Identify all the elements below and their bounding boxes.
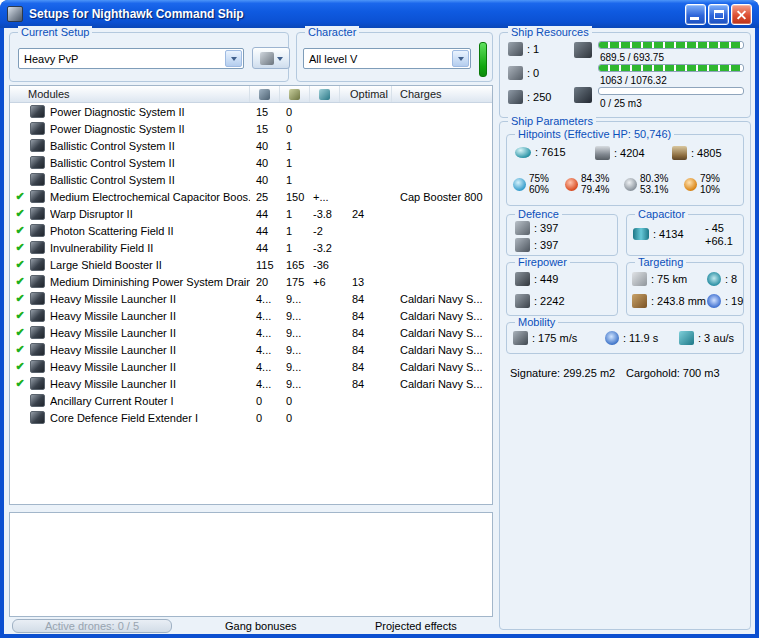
module-row[interactable]: Core Defence Field Extender I 0 0 bbox=[10, 409, 492, 426]
drones-area[interactable] bbox=[9, 512, 493, 617]
module-icon bbox=[30, 139, 45, 152]
setup-select[interactable]: Heavy PvP bbox=[18, 48, 244, 69]
ship-resources-title: Ship Resources bbox=[508, 26, 592, 39]
module-capacitor-value: +6 bbox=[310, 276, 340, 288]
em-armor-resist: 60% bbox=[529, 184, 549, 195]
powergrid-bar bbox=[598, 64, 744, 72]
signature-resolution: : 243.8 mm bbox=[632, 294, 706, 308]
module-row[interactable]: Ballistic Control System II 40 1 bbox=[10, 154, 492, 171]
module-name: Large Shield Booster II bbox=[50, 259, 250, 271]
title-bar[interactable]: Setups for Nighthawk Command Ship bbox=[0, 0, 759, 28]
warp-icon bbox=[679, 331, 694, 345]
module-row[interactable]: ✔ Heavy Missile Launcher II 4... 9... 84… bbox=[10, 375, 492, 392]
module-row[interactable]: Ancillary Current Router I 0 0 bbox=[10, 392, 492, 409]
module-icon bbox=[30, 343, 45, 356]
module-row[interactable]: ✔ Heavy Missile Launcher II 4... 9... 84… bbox=[10, 341, 492, 358]
modules-list: Power Diagnostic System II 15 0 Power Di… bbox=[10, 103, 492, 504]
signature-resolution-icon bbox=[632, 294, 647, 308]
module-row[interactable]: ✔ Heavy Missile Launcher II 4... 9... 84… bbox=[10, 307, 492, 324]
module-row[interactable]: Ballistic Control System II 40 1 bbox=[10, 137, 492, 154]
module-powergrid-value: 165 bbox=[280, 259, 310, 271]
character-select-dropdown-button[interactable] bbox=[452, 50, 469, 67]
module-name: Ballistic Control System II bbox=[50, 140, 250, 152]
module-charges-value: Caldari Navy S... bbox=[392, 293, 492, 305]
capacitor-icon bbox=[633, 228, 649, 240]
chevron-down-icon bbox=[277, 57, 283, 64]
module-row[interactable]: Ballistic Control System II 40 1 bbox=[10, 171, 492, 188]
powergrid-icon bbox=[289, 89, 300, 100]
gang-bonuses-label[interactable]: Gang bonuses bbox=[225, 620, 297, 632]
shield-icon bbox=[515, 147, 531, 158]
module-row[interactable]: ✔ Photon Scattering Field II 44 1 -2 bbox=[10, 222, 492, 239]
kinetic-shield-resist: 80.3% bbox=[640, 173, 668, 184]
module-row[interactable]: ✔ Heavy Missile Launcher II 4... 9... 84… bbox=[10, 324, 492, 341]
thermal-resists: 84.3% 79.4% bbox=[565, 173, 609, 195]
minimize-button[interactable] bbox=[685, 4, 706, 25]
align-time-value: : 11.9 s bbox=[623, 332, 658, 344]
module-powergrid-value: 0 bbox=[280, 395, 310, 407]
turret-firepower: : 449 bbox=[515, 272, 558, 286]
module-name: Heavy Missile Launcher II bbox=[50, 327, 250, 339]
module-row[interactable]: Power Diagnostic System II 15 0 bbox=[10, 120, 492, 137]
module-cpu-value: 20 bbox=[250, 276, 280, 288]
module-icon bbox=[30, 122, 45, 135]
powergrid-bar-text: 1063 / 1076.32 bbox=[600, 75, 667, 86]
module-row[interactable]: ✔ Invulnerability Field II 44 1 -3.2 bbox=[10, 239, 492, 256]
module-name: Ancillary Current Router I bbox=[50, 395, 250, 407]
module-capacitor-value: -3.2 bbox=[310, 242, 340, 254]
module-check: ✔ bbox=[10, 222, 30, 239]
module-row[interactable]: ✔ Medium Diminishing Power System Drain … bbox=[10, 273, 492, 290]
window-title: Setups for Nighthawk Command Ship bbox=[29, 7, 685, 21]
defence-stat-1-value: : 397 bbox=[534, 222, 558, 234]
module-powergrid-value: 1 bbox=[280, 157, 310, 169]
turret-icon bbox=[515, 272, 530, 286]
module-row[interactable]: ✔ Warp Disruptor II 44 1 -3.8 24 bbox=[10, 205, 492, 222]
character-select[interactable]: All level V bbox=[303, 48, 471, 69]
active-drones-bar[interactable]: Active drones: 0 / 5 bbox=[12, 619, 172, 633]
module-optimal-value: 84 bbox=[340, 378, 392, 390]
minimize-icon bbox=[690, 17, 699, 20]
setup-select-dropdown-button[interactable] bbox=[225, 50, 242, 67]
close-button[interactable] bbox=[731, 4, 752, 25]
header-charges[interactable]: Charges bbox=[392, 86, 492, 102]
header-powergrid[interactable] bbox=[280, 86, 310, 102]
capacitor-amount-value: : 4134 bbox=[653, 228, 684, 240]
module-check: ✔ bbox=[10, 239, 30, 256]
module-optimal-value: 84 bbox=[340, 327, 392, 339]
character-select-value: All level V bbox=[304, 53, 451, 65]
mobility-group: Mobility : 175 m/s : 11.9 s : 3 au/s bbox=[506, 322, 744, 354]
turret-icon bbox=[508, 42, 523, 56]
capacitor-title: Capacitor bbox=[635, 208, 688, 221]
projected-effects-label[interactable]: Projected effects bbox=[375, 620, 457, 632]
header-capacitor[interactable] bbox=[310, 86, 340, 102]
max-velocity: : 175 m/s bbox=[513, 331, 577, 345]
module-name: Heavy Missile Launcher II bbox=[50, 344, 250, 356]
defence-group: Defence : 397 : 397 bbox=[506, 214, 618, 256]
header-cpu[interactable] bbox=[250, 86, 280, 102]
module-row[interactable]: Power Diagnostic System II 15 0 bbox=[10, 103, 492, 120]
module-powergrid-value: 1 bbox=[280, 242, 310, 254]
turret-firepower-value: : 449 bbox=[534, 273, 558, 285]
module-row[interactable]: ✔ Heavy Missile Launcher II 4... 9... 84… bbox=[10, 290, 492, 307]
em-shield-resist: 75% bbox=[529, 173, 549, 184]
cpu-bar-text: 689.5 / 693.75 bbox=[600, 52, 664, 63]
modules-panel: Modules Optimal Charges Power Diagnostic… bbox=[9, 85, 493, 505]
shield-recharge-icon bbox=[515, 221, 530, 235]
header-modules[interactable]: Modules bbox=[10, 86, 250, 102]
ship-parameters-title: Ship Parameters bbox=[508, 115, 596, 128]
max-velocity-value: : 175 m/s bbox=[532, 332, 577, 344]
module-optimal-value: 84 bbox=[340, 293, 392, 305]
module-powergrid-value: 9... bbox=[280, 293, 310, 305]
header-optimal[interactable]: Optimal bbox=[340, 86, 392, 102]
maximize-button[interactable] bbox=[708, 4, 729, 25]
kinetic-resist-icon bbox=[624, 178, 637, 191]
module-cpu-value: 4... bbox=[250, 378, 280, 390]
module-row[interactable]: ✔ Medium Electrochemical Capacitor Boos.… bbox=[10, 188, 492, 205]
module-row[interactable]: ✔ Large Shield Booster II 115 165 -36 bbox=[10, 256, 492, 273]
module-row[interactable]: ✔ Heavy Missile Launcher II 4... 9... 84… bbox=[10, 358, 492, 375]
chevron-down-icon bbox=[458, 57, 464, 64]
defence-stat-2: : 397 bbox=[515, 238, 558, 252]
firepower-title: Firepower bbox=[515, 256, 570, 269]
setup-tools-button[interactable] bbox=[252, 47, 290, 69]
em-resists: 75% 60% bbox=[513, 173, 549, 195]
